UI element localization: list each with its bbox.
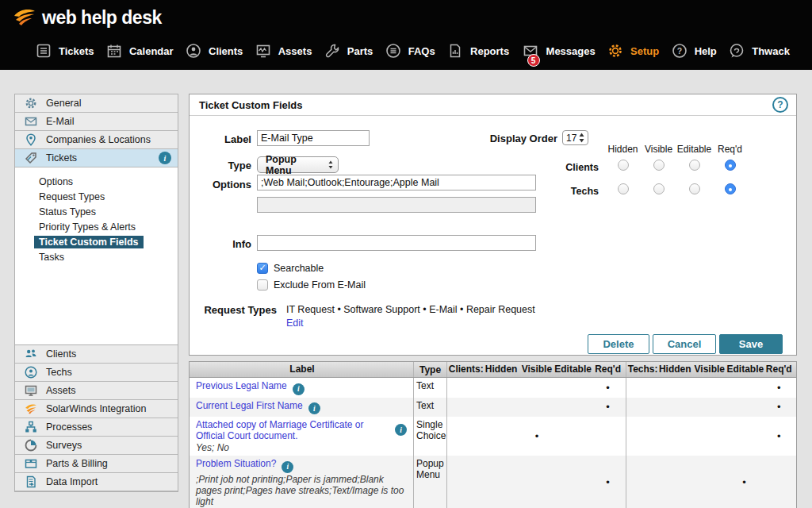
sidebar-item-processes[interactable]: Processes [15, 418, 178, 437]
header-clients-visible: Visible [519, 362, 555, 377]
sidebar-item-assets[interactable]: Assets [15, 382, 178, 400]
clients-hidden-mark [484, 398, 519, 418]
row-clients-cells: • [446, 456, 626, 508]
sidebar-item-clients[interactable]: Clients [15, 345, 178, 364]
sidebar-item-general[interactable]: General [15, 94, 178, 113]
sidebar-item-surveys[interactable]: Surveys [15, 437, 178, 455]
clients-reqd-radio[interactable] [725, 160, 736, 171]
clients-visible-radio[interactable] [653, 160, 665, 171]
submenu-priority-types-alerts[interactable]: Priority Types & Alerts [15, 220, 178, 234]
submenu-options[interactable]: Options [15, 175, 178, 189]
sidebar-item-label: Surveys [46, 440, 178, 451]
nav-messages-label: Messages [546, 45, 596, 57]
sidebar-item-tickets[interactable]: Tickets [15, 149, 178, 167]
table-row: Current Legal First Name Text • • [190, 398, 796, 418]
brand-name: web help desk [42, 7, 162, 29]
nav-assets[interactable]: Assets [255, 42, 312, 60]
sidebar-item-techs[interactable]: Techs [15, 364, 178, 382]
pie-chart-icon [23, 438, 38, 452]
location-pin-icon [23, 133, 38, 147]
techs-editable-mark: • [727, 456, 762, 508]
row-type-cell: Text [413, 398, 446, 418]
nav-setup[interactable]: Setup [607, 42, 659, 60]
nav-clients[interactable]: Clients [185, 42, 243, 60]
sidebar-item-companies-locations[interactable]: Companies & Locations [15, 131, 178, 149]
brand-logo[interactable]: web help desk [13, 6, 162, 29]
custom-fields-table: Label Type Clients: Hidden Visible Edita… [189, 361, 797, 508]
col-reqd: Req'd [712, 144, 748, 155]
header-type: Type [413, 362, 446, 377]
info-icon[interactable] [395, 424, 407, 436]
display-order-value: 17 [566, 133, 576, 144]
parts-icon [324, 42, 341, 60]
info-icon[interactable] [293, 383, 304, 395]
techs-reqd-radio[interactable] [725, 183, 736, 194]
nav-parts[interactable]: Parts [324, 42, 373, 60]
sidebar-item-data-import[interactable]: Data Import [15, 473, 178, 491]
table-header-row: Label Type Clients: Hidden Visible Edita… [190, 362, 796, 378]
field-link[interactable]: Current Legal First Name [196, 400, 303, 411]
clients-editable-radio[interactable] [689, 160, 700, 171]
submenu-ticket-custom-fields[interactable]: Ticket Custom Fields [15, 235, 178, 249]
nav-reports[interactable]: Reports [446, 42, 509, 60]
submenu-label-selected: Ticket Custom Fields [34, 236, 144, 248]
info-icon[interactable] [282, 461, 293, 473]
field-link[interactable]: Problem Situation? [196, 458, 276, 469]
cancel-button[interactable]: Cancel [653, 334, 716, 354]
submenu-status-types[interactable]: Status Types [15, 205, 178, 219]
nav-faqs[interactable]: FAQs [385, 42, 435, 60]
options-input[interactable] [257, 175, 536, 190]
sidebar-top-group: General E-Mail Compani [14, 94, 178, 167]
delete-button[interactable]: Delete [588, 334, 649, 354]
nav-reports-label: Reports [470, 45, 509, 57]
submenu-tasks[interactable]: Tasks [15, 250, 178, 264]
sidebar-item-email[interactable]: E-Mail [15, 113, 178, 131]
clients-radio-row [605, 160, 748, 171]
techs-hidden-mark [658, 398, 693, 418]
nav-calendar[interactable]: Calendar [105, 42, 174, 60]
nav-clients-label: Clients [209, 45, 243, 57]
techs-visible-mark [692, 378, 727, 398]
save-button[interactable]: Save [719, 334, 783, 354]
nav-tickets[interactable]: Tickets [35, 42, 94, 60]
header-techs-visible: Visible [692, 362, 726, 377]
options-input-secondary[interactable] [257, 197, 536, 213]
field-link[interactable]: Previous Legal Name [196, 380, 287, 391]
import-doc-icon [23, 475, 38, 489]
sidebar-item-label: SolarWinds Integration [46, 403, 178, 414]
type-select[interactable]: Popup Menu [257, 156, 339, 173]
row-techs-cells: • [626, 456, 796, 508]
techs-visible-radio[interactable] [653, 183, 665, 194]
nav-thwack[interactable]: Thwack [728, 42, 790, 60]
row-techs-cells: • [626, 398, 796, 418]
techs-row-label: Techs [532, 186, 599, 197]
top-bar: web help desk Tickets Calendar [0, 0, 812, 70]
field-link[interactable]: Attached copy of Marriage Certificate or… [196, 419, 363, 441]
nav-help[interactable]: ? Help [671, 42, 717, 60]
techs-editable-mark [727, 378, 762, 398]
help-circle-icon[interactable] [772, 97, 788, 113]
row-type-cell: Popup Menu [413, 456, 446, 508]
info-input[interactable] [257, 235, 536, 251]
techs-hidden-mark [658, 378, 693, 398]
sidebar-item-solarwinds-integration[interactable]: SolarWinds Integration [15, 400, 178, 418]
techs-hidden-radio[interactable] [618, 183, 629, 194]
submenu-request-types[interactable]: Request Types [15, 190, 178, 204]
label-input[interactable] [257, 130, 370, 146]
nav-messages[interactable]: 5 Messages [521, 42, 596, 60]
header-techs-prefix: Techs: [626, 362, 658, 377]
tickets-info-icon[interactable] [159, 152, 171, 164]
clients-editable-mark [554, 456, 590, 508]
clients-visible-mark: • [519, 417, 555, 456]
sidebar-item-parts-billing[interactable]: Parts & Billing [15, 455, 178, 473]
searchable-checkbox[interactable] [257, 263, 268, 274]
clients-hidden-radio[interactable] [618, 160, 629, 171]
display-order-stepper[interactable]: 17 [562, 130, 588, 145]
header-label: Label [190, 362, 413, 377]
info-icon[interactable] [308, 402, 320, 414]
exclude-email-checkbox[interactable] [257, 279, 268, 291]
request-types-edit-link[interactable]: Edit [286, 318, 304, 329]
ticket-custom-fields-panel: Ticket Custom Fields Label Display Order… [189, 94, 797, 356]
techs-editable-radio[interactable] [689, 183, 700, 194]
solarwinds-flame-icon [13, 6, 36, 29]
